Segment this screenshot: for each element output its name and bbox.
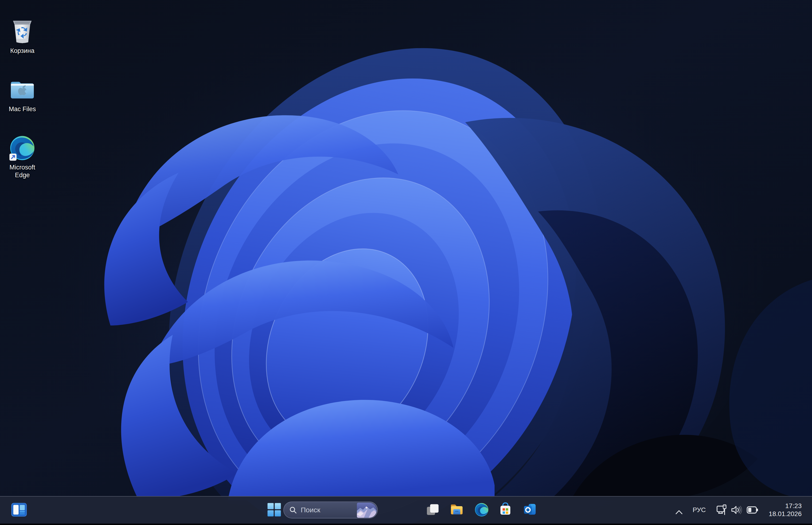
tray-show-hidden-icons-button[interactable]: [673, 507, 685, 518]
microsoft-store-button[interactable]: [496, 500, 515, 519]
desktop-icon-label: Mac Files: [9, 105, 36, 113]
desktop-icon-microsoft-edge[interactable]: Microsoft Edge: [2, 130, 42, 179]
start-button[interactable]: [264, 500, 284, 519]
widgets-button[interactable]: [10, 500, 29, 519]
search-box[interactable]: [284, 501, 378, 519]
mac-files-folder-icon: [10, 76, 35, 103]
language-indicator[interactable]: РУС: [689, 501, 709, 519]
shortcut-arrow-overlay: [10, 154, 16, 161]
screen-bottom-edge: [0, 524, 812, 525]
mountain-landscape-thumbnail: [357, 503, 377, 518]
microsoft-edge-shortcut-icon: [9, 134, 35, 162]
outlook-button[interactable]: [520, 500, 539, 519]
volume-icon: [731, 505, 743, 515]
taskbar: РУС 17:23 18: [0, 496, 812, 524]
desktop-icon-label: Microsoft Edge: [3, 164, 42, 179]
store-icon: [498, 502, 513, 517]
file-explorer-icon: [449, 502, 464, 517]
desktop-icon-label: Корзина: [10, 47, 34, 55]
outlook-icon: [523, 502, 537, 517]
search-icon: [289, 506, 297, 514]
widgets-icon: [11, 503, 27, 516]
clock-time: 17:23: [769, 502, 802, 510]
wallpaper-bloom: [0, 0, 812, 525]
desktop-icon-recycle-bin[interactable]: Корзина: [2, 14, 42, 55]
recycle-bin-icon: [11, 18, 34, 45]
edge-icon: [474, 502, 489, 517]
desktop-icon-mac-files[interactable]: Mac Files: [2, 72, 42, 113]
tray-status-area[interactable]: [716, 501, 759, 519]
edge-button[interactable]: [472, 500, 491, 519]
battery-icon: [747, 506, 759, 514]
chevron-up-icon: [675, 510, 683, 515]
task-view-icon: [426, 502, 440, 517]
clock[interactable]: 17:23 18.01.2026: [769, 502, 802, 518]
task-view-button[interactable]: [424, 500, 443, 519]
clock-date: 18.01.2026: [769, 510, 802, 518]
file-explorer-button[interactable]: [447, 500, 466, 519]
wired-network-icon: [716, 504, 727, 516]
windows-desktop: Корзина Mac Files: [0, 0, 812, 525]
windows-start-icon: [267, 503, 281, 516]
